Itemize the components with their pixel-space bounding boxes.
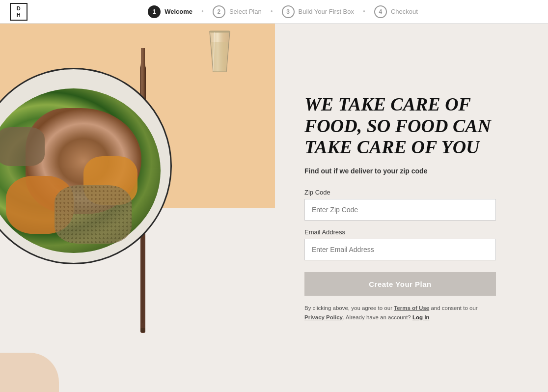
zip-code-group: Zip Code <box>304 189 496 221</box>
food-mushroom <box>0 127 45 166</box>
glass-icon <box>204 28 236 77</box>
legal-text: By clicking above, you agree to our Term… <box>304 304 496 322</box>
step-circle-1: 1 <box>148 5 161 18</box>
create-plan-button[interactable]: Create Your Plan <box>304 272 496 296</box>
step-circle-3: 3 <box>282 5 295 18</box>
page-headline: WE TAKE CARE OF FOOD, SO FOOD CAN TAKE C… <box>304 94 501 158</box>
left-panel <box>0 24 275 392</box>
right-panel: WE TAKE CARE OF FOOD, SO FOOD CAN TAKE C… <box>275 24 548 392</box>
zip-label: Zip Code <box>304 189 496 196</box>
main-content: WE TAKE CARE OF FOOD, SO FOOD CAN TAKE C… <box>0 0 548 392</box>
nav-step-1[interactable]: 1 Welcome <box>148 5 192 18</box>
zip-input[interactable] <box>304 199 496 221</box>
email-group: Email Address <box>304 228 496 260</box>
privacy-policy-link[interactable]: Privacy Policy <box>304 314 343 320</box>
food-lentils <box>55 185 132 243</box>
page-subheadline: Find out if we deliver to your zip code <box>304 167 427 175</box>
header: D H 1 Welcome • 2 Select Plan • 3 Build … <box>0 0 548 24</box>
plate <box>0 68 172 264</box>
nav-steps: 1 Welcome • 2 Select Plan • 3 Build Your… <box>27 5 538 18</box>
step-label-2: Select Plan <box>229 8 262 15</box>
step-label-4: Checkout <box>391 8 418 15</box>
svg-rect-0 <box>210 30 230 33</box>
svg-rect-5 <box>140 328 145 332</box>
plate-scene <box>0 48 192 294</box>
step-label-3: Build Your First Box <box>299 8 354 15</box>
step-separator-1: • <box>201 8 204 16</box>
nav-step-2[interactable]: 2 Select Plan <box>213 5 262 18</box>
nav-step-4[interactable]: 4 Checkout <box>374 5 418 18</box>
step-label-1: Welcome <box>164 8 192 15</box>
glass-container <box>204 28 236 79</box>
email-input[interactable] <box>304 239 496 260</box>
step-separator-3: • <box>363 8 365 16</box>
login-link[interactable]: Log In <box>412 314 430 320</box>
email-label: Email Address <box>304 228 496 236</box>
logo[interactable]: D H <box>10 3 27 21</box>
nav-step-3[interactable]: 3 Build Your First Box <box>282 5 354 18</box>
step-circle-4: 4 <box>374 5 387 18</box>
terms-of-use-link[interactable]: Terms of Use <box>394 305 429 311</box>
step-circle-2: 2 <box>213 5 225 18</box>
step-separator-2: • <box>271 8 273 16</box>
